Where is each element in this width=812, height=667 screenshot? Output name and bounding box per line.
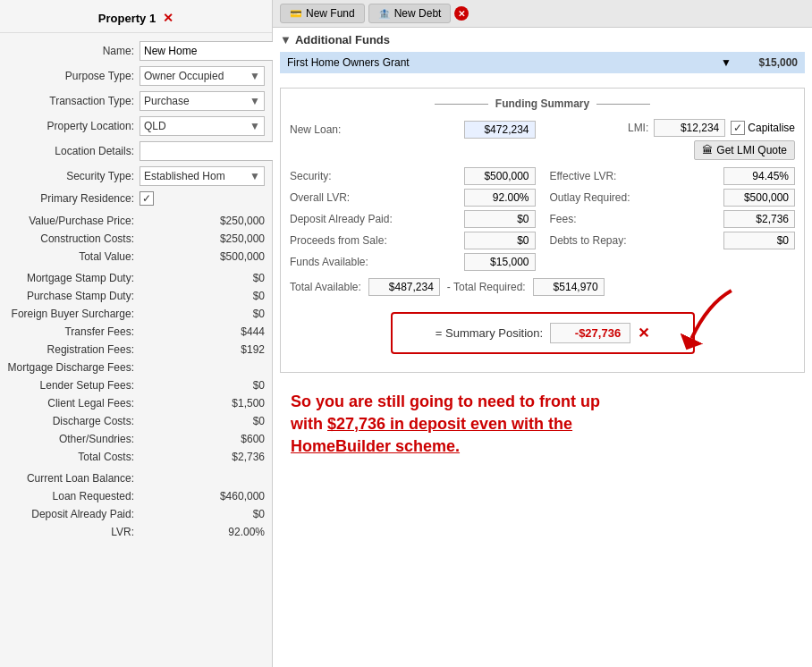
fees-value: $2,736 <box>723 210 795 228</box>
total-costs-row: Total Costs: $2,736 <box>0 448 272 466</box>
lender-setup-fees-label: Lender Setup Fees: <box>7 379 140 392</box>
loan-requested-row: Loan Requested: $460,000 <box>0 487 272 505</box>
other-sundries-label: Other/Sundries: <box>7 433 140 445</box>
funding-summary: Funding Summary New Loan: $472,234 LMI: … <box>280 88 805 373</box>
capitalise-checkbox[interactable] <box>731 121 745 135</box>
foreign-buyer-surcharge-row: Foreign Buyer Surcharge: $0 <box>0 305 272 323</box>
chevron-down-icon: ▼ <box>250 70 260 82</box>
lmi-label: LMI: <box>628 122 648 134</box>
transfer-fees-label: Transfer Fees: <box>7 325 140 338</box>
collapse-arrow-icon[interactable]: ▼ <box>280 33 292 46</box>
lvr-row: LVR: 92.00% <box>0 523 272 541</box>
lender-setup-fees-row: Lender Setup Fees: $0 <box>0 376 272 394</box>
purchase-stamp-duty-value: $0 <box>140 290 265 302</box>
security-type-label: Security Type: <box>7 170 140 182</box>
additional-funds-header: ▼ Additional Funds <box>280 33 805 46</box>
additional-funds-section: ▼ Additional Funds First Home Owners Gra… <box>273 28 812 79</box>
chevron-down-icon: ▼ <box>250 120 260 132</box>
transaction-type-select[interactable]: Purchase ▼ <box>140 91 265 111</box>
outlay-required-row: Outlay Required: $500,000 <box>550 187 796 208</box>
capitalise-checkbox-row: Capitalise <box>731 121 795 135</box>
primary-residence-checkbox[interactable] <box>140 191 154 206</box>
deposit-already-paid-left-row: Deposit Already Paid: $0 <box>0 505 272 523</box>
effective-lvr-value: 94.45% <box>723 167 795 185</box>
lvr-label: LVR: <box>7 526 140 538</box>
purchase-stamp-duty-row: Purchase Stamp Duty: $0 <box>0 287 272 305</box>
discharge-costs-row: Discharge Costs: $0 <box>0 412 272 430</box>
security-row: Security: $500,000 <box>290 165 536 187</box>
overall-lvr-row: Overall LVR: 92.00% <box>290 187 536 208</box>
total-available-label: Total Available: <box>290 281 361 293</box>
additional-funds-title: Additional Funds <box>295 33 390 46</box>
security-label: Security: <box>290 170 332 182</box>
tabs-close-button[interactable]: ✕ <box>454 6 469 21</box>
security-type-select[interactable]: Established Hom ▼ <box>140 166 265 186</box>
current-loan-balance-row: Current Loan Balance: <box>0 469 272 487</box>
transfer-fees-value: $444 <box>140 325 265 338</box>
funds-available-row: Funds Available: $15,000 <box>290 251 536 273</box>
property-location-select[interactable]: QLD ▼ <box>140 116 265 136</box>
registration-fees-row: Registration Fees: $192 <box>0 341 272 359</box>
new-debt-tab[interactable]: 🏦 New Debt <box>368 4 452 23</box>
mortgage-stamp-duty-value: $0 <box>140 272 265 284</box>
loan-requested-value: $460,000 <box>140 490 265 502</box>
fund-name-dropdown[interactable]: First Home Owners Grant ▼ <box>287 56 732 69</box>
security-value: $500,000 <box>464 167 536 185</box>
summary-position-close-icon[interactable]: ✕ <box>638 325 649 342</box>
name-input[interactable] <box>140 41 283 61</box>
effective-lvr-label: Effective LVR: <box>550 170 617 182</box>
new-debt-tab-label: New Debt <box>394 7 442 20</box>
get-lmi-quote-button[interactable]: 🏛 Get LMI Quote <box>694 140 795 160</box>
new-loan-row: New Loan: $472,234 <box>290 119 536 140</box>
mortgage-stamp-duty-row: Mortgage Stamp Duty: $0 <box>0 269 272 287</box>
value-purchase-price-label: Value/Purchase Price: <box>7 215 140 227</box>
funding-summary-title: Funding Summary <box>290 97 795 110</box>
discharge-costs-label: Discharge Costs: <box>7 415 140 427</box>
foreign-buyer-surcharge-value: $0 <box>140 308 265 320</box>
summary-position-value: -$27,736 <box>550 323 630 343</box>
fees-row: Fees: $2,736 <box>550 208 796 230</box>
purpose-type-label: Purpose Type: <box>7 70 140 82</box>
lmi-value: $12,234 <box>654 119 725 137</box>
property-location-row: Property Location: QLD ▼ <box>0 114 272 139</box>
summary-position-box: = Summary Position: -$27,736 ✕ <box>391 312 695 354</box>
property-location-label: Property Location: <box>7 120 140 132</box>
fund-amount-value: $15,000 <box>735 56 798 69</box>
registration-fees-value: $192 <box>140 343 265 356</box>
property-title: Property 1 <box>98 12 156 25</box>
purpose-type-select[interactable]: Owner Occupied ▼ <box>140 66 265 86</box>
registration-fees-label: Registration Fees: <box>7 343 140 356</box>
new-fund-tab[interactable]: 💳 New Fund <box>280 4 365 23</box>
deposit-already-paid-row: Deposit Already Paid: $0 <box>290 208 536 230</box>
lmi-row: LMI: $12,234 Capitalise <box>550 119 796 137</box>
proceeds-from-sale-value: $0 <box>464 232 536 249</box>
lmi-building-icon: 🏛 <box>702 144 713 156</box>
debts-to-repay-label: Debts to Repay: <box>550 234 627 247</box>
security-type-row: Security Type: Established Hom ▼ <box>0 164 272 189</box>
foreign-buyer-surcharge-label: Foreign Buyer Surcharge: <box>7 308 140 320</box>
right-panel: 💳 New Fund 🏦 New Debt ✕ ▼ Additional Fun… <box>273 0 812 667</box>
lvr-value: 92.00% <box>140 526 265 538</box>
transaction-type-label: Transaction Type: <box>7 95 140 107</box>
debts-to-repay-value: $0 <box>723 232 795 249</box>
mortgage-discharge-fees-label: Mortgage Discharge Fees: <box>7 361 140 374</box>
transaction-type-row: Transaction Type: Purchase ▼ <box>0 89 272 114</box>
deposit-already-paid-label: Deposit Already Paid: <box>290 213 393 225</box>
location-details-input[interactable] <box>140 141 283 161</box>
property-close-icon[interactable]: ✕ <box>163 11 173 25</box>
construction-costs-row: Construction Costs: $250,000 <box>0 230 272 248</box>
left-panel: Property 1 ✕ Name: Purpose Type: Owner O… <box>0 0 273 667</box>
deposit-already-paid-value: $0 <box>464 210 536 228</box>
construction-costs-label: Construction Costs: <box>7 232 140 245</box>
primary-residence-row: Primary Residence: <box>0 189 272 208</box>
primary-residence-label: Primary Residence: <box>7 192 140 205</box>
fund-dropdown-arrow-icon: ▼ <box>721 56 732 69</box>
client-legal-fees-value: $1,500 <box>140 397 265 409</box>
total-value-label: Total Value: <box>7 250 140 263</box>
right-col: Effective LVR: 94.45% Outlay Required: $… <box>550 165 796 273</box>
tabs-bar: 💳 New Fund 🏦 New Debt ✕ <box>273 0 812 28</box>
deposit-already-paid-left-label: Deposit Already Paid: <box>7 508 140 520</box>
location-details-row: Location Details: <box>0 139 272 164</box>
proceeds-from-sale-label: Proceeds from Sale: <box>290 234 387 247</box>
total-required-value: $514,970 <box>533 278 605 296</box>
